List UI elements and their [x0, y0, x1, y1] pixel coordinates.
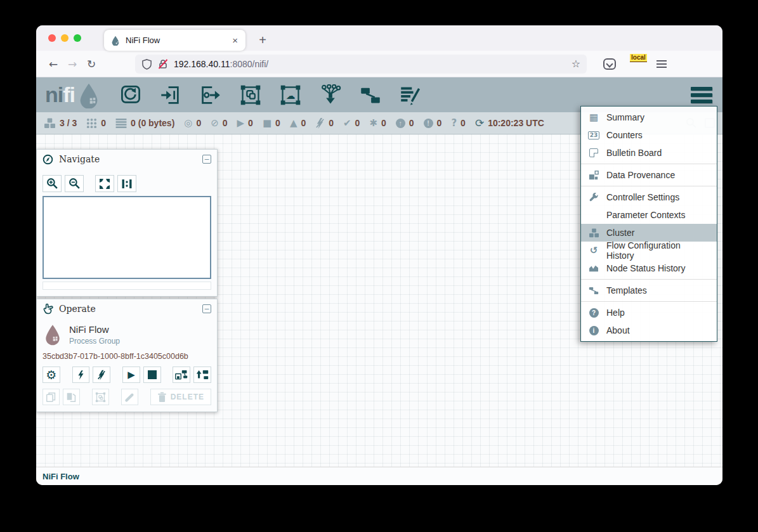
- global-menu-button[interactable]: [691, 87, 712, 103]
- color-button[interactable]: [121, 389, 138, 405]
- back-icon[interactable]: ←: [44, 58, 63, 70]
- queued-stat: 0 (0 bytes): [115, 118, 174, 128]
- zoom-out-button[interactable]: [65, 175, 84, 192]
- bookmark-star-icon[interactable]: ☆: [572, 58, 580, 70]
- nifi-drop-icon: [76, 82, 101, 108]
- menu-item-controller-settings[interactable]: Controller Settings: [581, 188, 717, 206]
- new-tab-button[interactable]: +: [254, 31, 271, 49]
- zoom-in-button[interactable]: [42, 175, 62, 192]
- pocket-icon[interactable]: [603, 58, 616, 70]
- transmitting-icon: ◎: [184, 119, 192, 128]
- forward-icon[interactable]: →: [63, 58, 82, 70]
- insecure-lock-icon: [157, 58, 169, 70]
- tab-close-icon[interactable]: ×: [231, 35, 239, 46]
- upload-template-button[interactable]: [193, 367, 211, 383]
- zoom-fit-button[interactable]: [95, 175, 114, 192]
- cluster-icon: [44, 118, 56, 129]
- enable-button[interactable]: [72, 367, 90, 383]
- disable-button[interactable]: [93, 367, 110, 383]
- url-bar[interactable]: 192.168.40.11:8080/nifi/ ☆: [135, 55, 587, 74]
- template-component-icon[interactable]: [359, 84, 382, 107]
- group-icon: [95, 392, 106, 403]
- sync-failure-icon: ?: [451, 119, 457, 128]
- profile-avatar[interactable]: local: [629, 56, 644, 72]
- menu-item-help[interactable]: ? Help: [581, 304, 717, 321]
- menu-item-cluster[interactable]: Cluster: [581, 224, 717, 242]
- menu-item-data-provenance[interactable]: Data Provenance: [581, 166, 717, 184]
- menu-item-bulletin-board[interactable]: Bulletin Board: [581, 144, 717, 162]
- menu-item-parameter-contexts[interactable]: Parameter Contexts: [581, 206, 717, 224]
- menu-separator: [581, 279, 717, 280]
- menu-item-flow-configuration-history[interactable]: ↺ Flow Configuration History: [581, 242, 717, 259]
- navigate-panel: Navigate –: [36, 149, 218, 297]
- breadcrumb[interactable]: NiFi Flow: [42, 472, 79, 481]
- summary-icon: ▦: [587, 112, 600, 123]
- reload-icon[interactable]: ↻: [82, 58, 101, 70]
- birdseye-view[interactable]: [42, 196, 211, 279]
- menu-item-counters[interactable]: 23 Counters: [581, 126, 717, 144]
- macos-window-controls: [48, 34, 81, 42]
- refresh-status[interactable]: ⟳ 10:20:23 UTC: [475, 118, 544, 129]
- browser-nav-bar: ← → ↻ 192.168.40.11:8080/nifi/ ☆: [36, 51, 722, 77]
- zoom-actual-size-button[interactable]: [117, 175, 136, 192]
- browser-tab[interactable]: NiFi Flow ×: [104, 30, 245, 51]
- remote-process-group-component-icon[interactable]: ☁: [279, 84, 302, 107]
- maximize-window-button[interactable]: [74, 34, 81, 42]
- nifi-favicon-icon: [110, 36, 121, 46]
- collapse-operate-button[interactable]: –: [202, 304, 211, 313]
- copy-button[interactable]: [42, 389, 60, 405]
- nifi-logo: nifi: [45, 82, 101, 108]
- tab-title: NiFi Flow: [126, 36, 231, 45]
- component-name: NiFi Flow: [69, 324, 120, 335]
- browser-window: NiFi Flow × + ← → ↻ 192.168.40.11:8080/n…: [36, 25, 722, 485]
- collapse-navigate-button[interactable]: –: [202, 155, 211, 164]
- url-path: :8080/nifi/: [230, 59, 269, 69]
- funnel-component-icon[interactable]: [319, 84, 342, 107]
- transmitting-stat: ◎ 0: [184, 118, 201, 128]
- menu-item-templates[interactable]: Templates: [581, 282, 717, 299]
- gear-icon: ⚙: [46, 369, 56, 381]
- logo-text-dark: ni: [45, 82, 63, 107]
- url-text[interactable]: 192.168.40.11:8080/nifi/: [174, 59, 572, 69]
- trash-icon: [157, 392, 167, 403]
- component-type: Process Group: [69, 337, 120, 346]
- bulletin-board-icon: [589, 148, 598, 157]
- operate-panel: Operate – NiFi Flow Process Group 35cbd3…: [36, 299, 218, 412]
- configure-button[interactable]: ⚙: [42, 367, 60, 383]
- delete-button[interactable]: DELETE: [150, 389, 211, 405]
- breadcrumb-bar: NiFi Flow: [36, 467, 722, 485]
- birdseye-brush[interactable]: [42, 282, 211, 290]
- menu-item-summary[interactable]: ▦ Summary: [581, 108, 717, 126]
- menu-item-about[interactable]: i About: [581, 321, 717, 339]
- group-button[interactable]: [92, 389, 109, 405]
- input-port-component-icon[interactable]: [159, 84, 182, 107]
- browser-tab-bar: NiFi Flow × +: [36, 25, 722, 51]
- invalid-stat: ▲ 0: [290, 118, 306, 128]
- menu-separator: [581, 164, 717, 164]
- refresh-icon[interactable]: ⟳: [475, 118, 484, 129]
- processor-component-icon[interactable]: [119, 84, 142, 107]
- menu-item-node-status-history[interactable]: Node Status History: [581, 259, 717, 277]
- stop-icon: [148, 370, 157, 379]
- label-component-icon[interactable]: [399, 84, 422, 107]
- hand-icon: [42, 303, 53, 315]
- process-group-component-icon[interactable]: [239, 84, 262, 107]
- sync-failure-stat: ? 0: [451, 118, 466, 128]
- component-toolbar: ☁: [119, 84, 422, 107]
- threads-icon: [86, 118, 97, 129]
- save-template-button[interactable]: [173, 367, 190, 383]
- screenshot-root: NiFi Flow × + ← → ↻ 192.168.40.11:8080/n…: [0, 0, 758, 532]
- browser-menu-icon[interactable]: [657, 60, 667, 68]
- minimize-window-button[interactable]: [61, 34, 69, 42]
- close-window-button[interactable]: [48, 34, 56, 42]
- output-port-component-icon[interactable]: [199, 84, 222, 107]
- navigate-toolbar: [42, 175, 211, 192]
- navigate-title: Navigate: [59, 154, 100, 164]
- menu-separator: [581, 301, 717, 302]
- locally-modified-icon: ✱: [369, 119, 377, 128]
- operate-buttons-row-1: ⚙ ▶: [42, 367, 211, 383]
- paste-button[interactable]: [63, 389, 80, 405]
- start-button[interactable]: ▶: [122, 367, 140, 383]
- stop-button[interactable]: [143, 367, 161, 383]
- operate-buttons-row-2: DELETE: [42, 389, 211, 405]
